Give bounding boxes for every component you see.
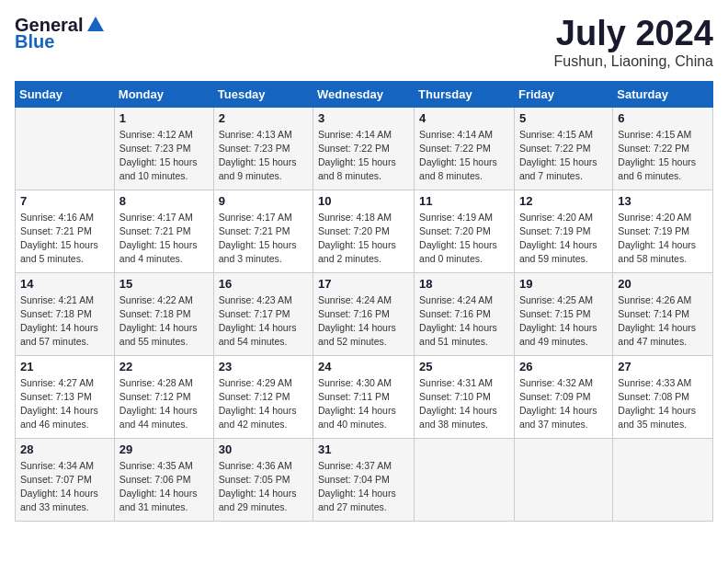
day-info: Sunrise: 4:25 AMSunset: 7:15 PMDaylight:…: [519, 293, 608, 350]
day-number: 12: [519, 194, 608, 208]
day-number: 1: [119, 111, 209, 125]
day-number: 27: [618, 360, 708, 373]
day-info: Sunrise: 4:24 AMSunset: 7:16 PMDaylight:…: [419, 293, 509, 350]
day-info: Sunrise: 4:17 AMSunset: 7:21 PMDaylight:…: [119, 211, 209, 267]
day-number: 26: [519, 360, 608, 373]
day-info: Sunrise: 4:15 AMSunset: 7:22 PMDaylight:…: [519, 128, 608, 184]
day-cell: 15Sunrise: 4:22 AMSunset: 7:18 PMDayligh…: [114, 272, 213, 355]
day-cell: 13Sunrise: 4:20 AMSunset: 7:19 PMDayligh…: [613, 190, 713, 272]
week-row-1: 1Sunrise: 4:12 AMSunset: 7:23 PMDaylight…: [16, 107, 713, 190]
day-number: 17: [318, 277, 409, 291]
logo-blue: Blue: [15, 31, 106, 52]
day-info: Sunrise: 4:24 AMSunset: 7:16 PMDaylight:…: [318, 293, 409, 350]
day-number: 30: [219, 442, 308, 456]
day-number: 13: [618, 194, 708, 208]
day-cell: [514, 438, 612, 521]
day-info: Sunrise: 4:32 AMSunset: 7:09 PMDaylight:…: [519, 376, 608, 432]
day-number: 29: [119, 442, 209, 456]
day-info: Sunrise: 4:14 AMSunset: 7:22 PMDaylight:…: [318, 128, 409, 184]
day-info: Sunrise: 4:31 AMSunset: 7:10 PMDaylight:…: [419, 376, 509, 432]
day-cell: 14Sunrise: 4:21 AMSunset: 7:18 PMDayligh…: [16, 272, 115, 355]
day-info: Sunrise: 4:30 AMSunset: 7:11 PMDaylight:…: [318, 376, 409, 432]
title-block: July 2024 Fushun, Liaoning, China: [554, 15, 713, 70]
day-number: 20: [618, 277, 708, 291]
col-header-sunday: Sunday: [16, 81, 115, 107]
day-number: 18: [419, 277, 509, 291]
day-cell: 4Sunrise: 4:14 AMSunset: 7:22 PMDaylight…: [415, 107, 515, 190]
day-cell: 26Sunrise: 4:32 AMSunset: 7:09 PMDayligh…: [514, 355, 612, 438]
col-header-wednesday: Wednesday: [313, 81, 415, 107]
day-cell: [415, 438, 515, 521]
day-info: Sunrise: 4:36 AMSunset: 7:05 PMDaylight:…: [219, 459, 308, 515]
col-header-tuesday: Tuesday: [213, 81, 313, 107]
day-number: 14: [20, 277, 109, 291]
col-header-thursday: Thursday: [415, 81, 515, 107]
day-cell: 18Sunrise: 4:24 AMSunset: 7:16 PMDayligh…: [415, 272, 515, 355]
day-cell: 29Sunrise: 4:35 AMSunset: 7:06 PMDayligh…: [114, 438, 213, 521]
day-info: Sunrise: 4:21 AMSunset: 7:18 PMDaylight:…: [20, 293, 109, 350]
day-info: Sunrise: 4:35 AMSunset: 7:06 PMDaylight:…: [119, 459, 209, 515]
day-cell: 2Sunrise: 4:13 AMSunset: 7:23 PMDaylight…: [213, 107, 313, 190]
day-cell: 30Sunrise: 4:36 AMSunset: 7:05 PMDayligh…: [213, 438, 313, 521]
day-number: 6: [618, 111, 708, 125]
day-number: 11: [419, 194, 509, 208]
day-number: 3: [318, 111, 409, 125]
day-info: Sunrise: 4:13 AMSunset: 7:23 PMDaylight:…: [219, 128, 308, 184]
day-cell: [613, 438, 713, 521]
day-info: Sunrise: 4:12 AMSunset: 7:23 PMDaylight:…: [119, 128, 209, 184]
week-row-2: 7Sunrise: 4:16 AMSunset: 7:21 PMDaylight…: [16, 190, 713, 272]
day-cell: 6Sunrise: 4:15 AMSunset: 7:22 PMDaylight…: [613, 107, 713, 190]
calendar-header-row: SundayMondayTuesdayWednesdayThursdayFrid…: [16, 81, 713, 107]
day-number: 24: [318, 360, 409, 373]
svg-marker-0: [87, 17, 104, 31]
day-cell: 3Sunrise: 4:14 AMSunset: 7:22 PMDaylight…: [313, 107, 415, 190]
day-number: 23: [219, 360, 308, 373]
day-cell: 19Sunrise: 4:25 AMSunset: 7:15 PMDayligh…: [514, 272, 612, 355]
day-cell: 11Sunrise: 4:19 AMSunset: 7:20 PMDayligh…: [415, 190, 515, 272]
logo: General Blue: [15, 15, 106, 52]
month-year: July 2024: [554, 15, 713, 53]
day-info: Sunrise: 4:23 AMSunset: 7:17 PMDaylight:…: [219, 293, 308, 350]
day-number: 8: [119, 194, 209, 208]
day-number: 15: [119, 277, 209, 291]
day-cell: 28Sunrise: 4:34 AMSunset: 7:07 PMDayligh…: [16, 438, 115, 521]
day-info: Sunrise: 4:17 AMSunset: 7:21 PMDaylight:…: [219, 211, 308, 267]
day-number: 4: [419, 111, 509, 125]
day-info: Sunrise: 4:37 AMSunset: 7:04 PMDaylight:…: [318, 459, 409, 515]
day-cell: 25Sunrise: 4:31 AMSunset: 7:10 PMDayligh…: [415, 355, 515, 438]
calendar-table: SundayMondayTuesdayWednesdayThursdayFrid…: [15, 81, 713, 522]
day-cell: 17Sunrise: 4:24 AMSunset: 7:16 PMDayligh…: [313, 272, 415, 355]
day-info: Sunrise: 4:15 AMSunset: 7:22 PMDaylight:…: [618, 128, 708, 184]
day-info: Sunrise: 4:34 AMSunset: 7:07 PMDaylight:…: [20, 459, 109, 515]
day-cell: 9Sunrise: 4:17 AMSunset: 7:21 PMDaylight…: [213, 190, 313, 272]
day-cell: 7Sunrise: 4:16 AMSunset: 7:21 PMDaylight…: [16, 190, 115, 272]
week-row-4: 21Sunrise: 4:27 AMSunset: 7:13 PMDayligh…: [16, 355, 713, 438]
day-cell: 24Sunrise: 4:30 AMSunset: 7:11 PMDayligh…: [313, 355, 415, 438]
day-number: 2: [219, 111, 308, 125]
day-info: Sunrise: 4:14 AMSunset: 7:22 PMDaylight:…: [419, 128, 509, 184]
day-cell: 12Sunrise: 4:20 AMSunset: 7:19 PMDayligh…: [514, 190, 612, 272]
col-header-friday: Friday: [514, 81, 612, 107]
day-cell: 31Sunrise: 4:37 AMSunset: 7:04 PMDayligh…: [313, 438, 415, 521]
day-number: 7: [20, 194, 109, 208]
day-number: 28: [20, 442, 109, 456]
day-info: Sunrise: 4:29 AMSunset: 7:12 PMDaylight:…: [219, 376, 308, 432]
day-info: Sunrise: 4:16 AMSunset: 7:21 PMDaylight:…: [20, 211, 109, 267]
day-info: Sunrise: 4:20 AMSunset: 7:19 PMDaylight:…: [618, 211, 708, 267]
day-cell: [16, 107, 115, 190]
day-info: Sunrise: 4:33 AMSunset: 7:08 PMDaylight:…: [618, 376, 708, 432]
day-cell: 22Sunrise: 4:28 AMSunset: 7:12 PMDayligh…: [114, 355, 213, 438]
day-info: Sunrise: 4:19 AMSunset: 7:20 PMDaylight:…: [419, 211, 509, 267]
day-info: Sunrise: 4:22 AMSunset: 7:18 PMDaylight:…: [119, 293, 209, 350]
page-header: General Blue July 2024 Fushun, Liaoning,…: [15, 15, 713, 70]
location: Fushun, Liaoning, China: [554, 53, 713, 70]
day-number: 22: [119, 360, 209, 373]
day-info: Sunrise: 4:20 AMSunset: 7:19 PMDaylight:…: [519, 211, 608, 267]
week-row-3: 14Sunrise: 4:21 AMSunset: 7:18 PMDayligh…: [16, 272, 713, 355]
day-cell: 8Sunrise: 4:17 AMSunset: 7:21 PMDaylight…: [114, 190, 213, 272]
day-number: 25: [419, 360, 509, 373]
day-cell: 20Sunrise: 4:26 AMSunset: 7:14 PMDayligh…: [613, 272, 713, 355]
day-cell: 10Sunrise: 4:18 AMSunset: 7:20 PMDayligh…: [313, 190, 415, 272]
col-header-monday: Monday: [114, 81, 213, 107]
col-header-saturday: Saturday: [613, 81, 713, 107]
